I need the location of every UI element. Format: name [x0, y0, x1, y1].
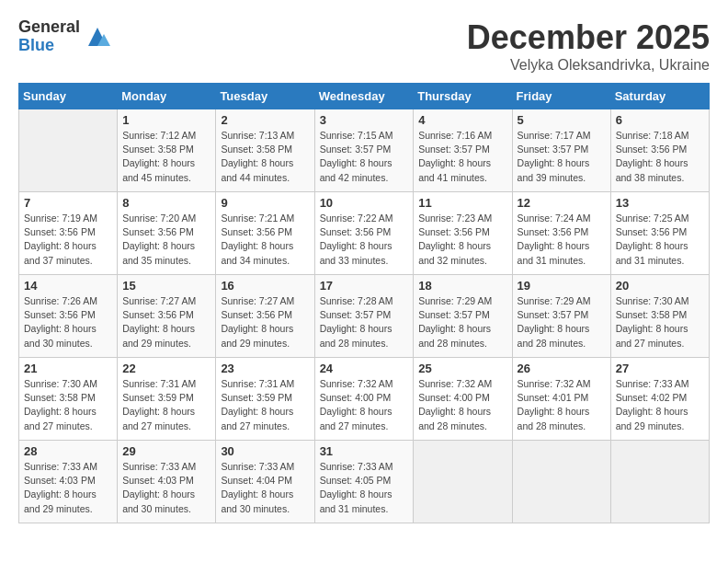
day-number: 19	[518, 279, 606, 293]
day-number: 11	[418, 196, 506, 210]
page-header: General Blue December 2025 Velyka Oleksa…	[18, 18, 710, 74]
day-info: Sunrise: 7:29 AM Sunset: 3:57 PM Dayligh…	[518, 294, 606, 350]
day-info: Sunrise: 7:31 AM Sunset: 3:59 PM Dayligh…	[122, 377, 210, 433]
day-info: Sunrise: 7:33 AM Sunset: 4:04 PM Dayligh…	[221, 460, 309, 516]
calendar-cell: 24Sunrise: 7:32 AM Sunset: 4:00 PM Dayli…	[314, 358, 414, 441]
day-number: 8	[122, 196, 210, 210]
day-info: Sunrise: 7:22 AM Sunset: 3:56 PM Dayligh…	[320, 212, 409, 268]
day-info: Sunrise: 7:32 AM Sunset: 4:01 PM Dayligh…	[518, 377, 606, 433]
day-info: Sunrise: 7:18 AM Sunset: 3:56 PM Dayligh…	[616, 129, 704, 185]
day-number: 9	[221, 196, 309, 210]
calendar-cell: 28Sunrise: 7:33 AM Sunset: 4:03 PM Dayli…	[19, 441, 118, 523]
day-number: 4	[418, 113, 506, 127]
day-number: 14	[24, 279, 112, 293]
calendar-cell: 16Sunrise: 7:27 AM Sunset: 3:56 PM Dayli…	[216, 275, 314, 358]
calendar-table: SundayMondayTuesdayWednesdayThursdayFrid…	[18, 83, 710, 523]
day-number: 24	[320, 362, 409, 375]
calendar-cell: 2Sunrise: 7:13 AM Sunset: 3:58 PM Daylig…	[216, 109, 314, 192]
day-info: Sunrise: 7:32 AM Sunset: 4:00 PM Dayligh…	[320, 377, 409, 433]
day-info: Sunrise: 7:30 AM Sunset: 3:58 PM Dayligh…	[616, 294, 704, 350]
day-info: Sunrise: 7:33 AM Sunset: 4:03 PM Dayligh…	[24, 460, 112, 516]
day-number: 30	[221, 444, 309, 458]
calendar-cell: 30Sunrise: 7:33 AM Sunset: 4:04 PM Dayli…	[216, 441, 314, 523]
calendar-cell: 6Sunrise: 7:18 AM Sunset: 3:56 PM Daylig…	[610, 109, 709, 192]
calendar-cell: 26Sunrise: 7:32 AM Sunset: 4:01 PM Dayli…	[512, 358, 610, 441]
header-saturday: Saturday	[610, 84, 709, 109]
title-block: December 2025 Velyka Oleksandrivka, Ukra…	[467, 18, 710, 74]
day-number: 25	[418, 362, 506, 375]
day-number: 27	[616, 362, 704, 375]
subtitle: Velyka Oleksandrivka, Ukraine	[467, 57, 710, 74]
calendar-cell	[414, 441, 512, 523]
calendar-cell: 18Sunrise: 7:29 AM Sunset: 3:57 PM Dayli…	[414, 275, 512, 358]
calendar-cell: 4Sunrise: 7:16 AM Sunset: 3:57 PM Daylig…	[414, 109, 512, 192]
calendar-cell: 14Sunrise: 7:26 AM Sunset: 3:56 PM Dayli…	[19, 275, 118, 358]
day-info: Sunrise: 7:12 AM Sunset: 3:58 PM Dayligh…	[122, 129, 210, 185]
calendar-cell	[512, 441, 610, 523]
day-info: Sunrise: 7:15 AM Sunset: 3:57 PM Dayligh…	[320, 129, 409, 185]
day-info: Sunrise: 7:23 AM Sunset: 3:56 PM Dayligh…	[418, 212, 506, 268]
calendar-cell: 11Sunrise: 7:23 AM Sunset: 3:56 PM Dayli…	[414, 192, 512, 275]
day-info: Sunrise: 7:19 AM Sunset: 3:56 PM Dayligh…	[24, 212, 112, 268]
calendar-header-row: SundayMondayTuesdayWednesdayThursdayFrid…	[19, 84, 710, 109]
month-title: December 2025	[467, 18, 710, 57]
header-wednesday: Wednesday	[314, 84, 414, 109]
day-number: 7	[24, 196, 112, 210]
day-number: 31	[320, 444, 409, 458]
day-number: 1	[122, 113, 210, 127]
day-info: Sunrise: 7:20 AM Sunset: 3:56 PM Dayligh…	[122, 212, 210, 268]
day-number: 12	[518, 196, 606, 210]
day-number: 10	[320, 196, 409, 210]
logo: General Blue	[18, 18, 111, 55]
day-number: 20	[616, 279, 704, 293]
day-info: Sunrise: 7:27 AM Sunset: 3:56 PM Dayligh…	[122, 294, 210, 350]
calendar-cell	[610, 441, 709, 523]
calendar-cell: 8Sunrise: 7:20 AM Sunset: 3:56 PM Daylig…	[118, 192, 216, 275]
calendar-cell: 31Sunrise: 7:33 AM Sunset: 4:05 PM Dayli…	[314, 441, 414, 523]
calendar-cell	[19, 109, 118, 192]
calendar-cell: 21Sunrise: 7:30 AM Sunset: 3:58 PM Dayli…	[19, 358, 118, 441]
day-number: 2	[221, 113, 309, 127]
header-monday: Monday	[118, 84, 216, 109]
calendar-cell: 20Sunrise: 7:30 AM Sunset: 3:58 PM Dayli…	[610, 275, 709, 358]
header-tuesday: Tuesday	[216, 84, 314, 109]
logo-general-text: General	[18, 18, 80, 37]
day-info: Sunrise: 7:33 AM Sunset: 4:03 PM Dayligh…	[122, 460, 210, 516]
header-thursday: Thursday	[414, 84, 512, 109]
day-info: Sunrise: 7:26 AM Sunset: 3:56 PM Dayligh…	[24, 294, 112, 350]
day-number: 3	[320, 113, 409, 127]
logo-icon	[84, 23, 111, 51]
day-info: Sunrise: 7:21 AM Sunset: 3:56 PM Dayligh…	[221, 212, 309, 268]
day-number: 21	[24, 362, 112, 375]
calendar-cell: 9Sunrise: 7:21 AM Sunset: 3:56 PM Daylig…	[216, 192, 314, 275]
day-number: 29	[122, 444, 210, 458]
calendar-week-row: 14Sunrise: 7:26 AM Sunset: 3:56 PM Dayli…	[19, 275, 710, 358]
day-info: Sunrise: 7:16 AM Sunset: 3:57 PM Dayligh…	[418, 129, 506, 185]
day-info: Sunrise: 7:24 AM Sunset: 3:56 PM Dayligh…	[518, 212, 606, 268]
calendar-cell: 1Sunrise: 7:12 AM Sunset: 3:58 PM Daylig…	[118, 109, 216, 192]
calendar-cell: 15Sunrise: 7:27 AM Sunset: 3:56 PM Dayli…	[118, 275, 216, 358]
day-info: Sunrise: 7:30 AM Sunset: 3:58 PM Dayligh…	[24, 377, 112, 433]
day-number: 18	[418, 279, 506, 293]
day-info: Sunrise: 7:27 AM Sunset: 3:56 PM Dayligh…	[221, 294, 309, 350]
calendar-cell: 23Sunrise: 7:31 AM Sunset: 3:59 PM Dayli…	[216, 358, 314, 441]
calendar-cell: 19Sunrise: 7:29 AM Sunset: 3:57 PM Dayli…	[512, 275, 610, 358]
calendar-week-row: 28Sunrise: 7:33 AM Sunset: 4:03 PM Dayli…	[19, 441, 710, 523]
day-info: Sunrise: 7:32 AM Sunset: 4:00 PM Dayligh…	[418, 377, 506, 433]
calendar-cell: 3Sunrise: 7:15 AM Sunset: 3:57 PM Daylig…	[314, 109, 414, 192]
day-number: 16	[221, 279, 309, 293]
calendar-cell: 29Sunrise: 7:33 AM Sunset: 4:03 PM Dayli…	[118, 441, 216, 523]
day-info: Sunrise: 7:33 AM Sunset: 4:02 PM Dayligh…	[616, 377, 704, 433]
calendar-week-row: 21Sunrise: 7:30 AM Sunset: 3:58 PM Dayli…	[19, 358, 710, 441]
day-number: 5	[518, 113, 606, 127]
day-number: 13	[616, 196, 704, 210]
calendar-cell: 25Sunrise: 7:32 AM Sunset: 4:00 PM Dayli…	[414, 358, 512, 441]
day-info: Sunrise: 7:25 AM Sunset: 3:56 PM Dayligh…	[616, 212, 704, 268]
header-sunday: Sunday	[19, 84, 118, 109]
day-number: 17	[320, 279, 409, 293]
header-friday: Friday	[512, 84, 610, 109]
calendar-cell: 12Sunrise: 7:24 AM Sunset: 3:56 PM Dayli…	[512, 192, 610, 275]
day-number: 26	[518, 362, 606, 375]
day-info: Sunrise: 7:33 AM Sunset: 4:05 PM Dayligh…	[320, 460, 409, 516]
day-number: 15	[122, 279, 210, 293]
